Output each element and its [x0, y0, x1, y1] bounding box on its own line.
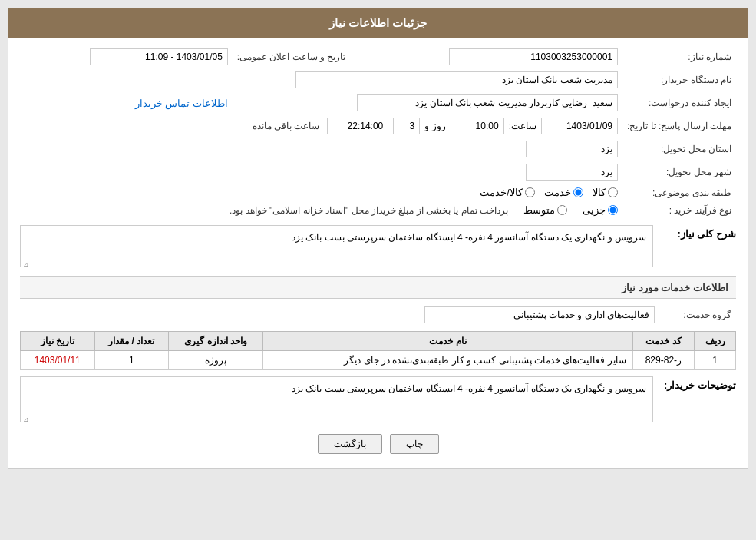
process-motavaset-radio[interactable]	[557, 205, 567, 215]
announce-date-input	[90, 48, 228, 65]
services-info-header: اطلاعات خدمات مورد نیاز	[20, 276, 736, 299]
category-khadamat-radio[interactable]	[573, 187, 583, 197]
buyer-notes-wrapper: ⊿	[20, 376, 653, 425]
col-row-num: ردیف	[695, 332, 736, 351]
page-title: جزئیات اطلاعات نیاز	[8, 8, 748, 38]
requester-org-input	[295, 71, 618, 88]
category-kala-radio[interactable]	[608, 187, 618, 197]
reply-days-label: روز و	[424, 121, 445, 131]
announce-date-value	[20, 45, 233, 68]
need-summary-label: شرح کلی نیاز:	[659, 225, 736, 240]
reply-time-input	[451, 118, 504, 134]
resize-handle-2: ⊿	[21, 416, 29, 423]
back-button[interactable]: بازگشت	[318, 434, 382, 454]
col-service-name: نام خدمت	[263, 332, 632, 351]
process-motavaset-label: متوسط	[523, 204, 555, 216]
resize-handle: ⊿	[21, 260, 29, 268]
creator-value	[233, 91, 622, 114]
col-quantity: تعداد / مقدار	[94, 332, 168, 351]
delivery-city-label: شهر محل تحویل:	[622, 161, 736, 184]
print-button[interactable]: چاپ	[390, 434, 439, 454]
cell-row-num: 1	[695, 351, 736, 370]
creator-label: ایجاد کننده درخواست:	[622, 91, 736, 114]
cell-service-code: ز-82-829	[632, 351, 695, 370]
buyer-notes-label: توضیحات خریدار:	[659, 376, 736, 391]
reply-time-label: ساعت:	[509, 121, 536, 131]
requester-org-value	[20, 68, 622, 91]
service-group-label: گروه خدمت:	[659, 303, 736, 326]
category-kala-label: کالا	[593, 187, 606, 198]
delivery-city-input	[526, 164, 618, 181]
process-type-label: نوع فرآیند خرید :	[622, 201, 736, 219]
services-table: ردیف کد خدمت نام خدمت واحد اندازه گیری ت…	[20, 331, 736, 370]
reply-remaining-input	[327, 118, 388, 134]
cell-need-date: 1403/01/11	[21, 351, 95, 370]
creator-input	[357, 94, 618, 111]
full-payment-note: پرداخت تمام یا بخشی از مبلغ خریداز محل "…	[229, 205, 508, 216]
reply-days-input	[393, 118, 420, 134]
delivery-province-label: استان محل تحویل:	[622, 137, 736, 161]
col-need-date: تاریخ نیاز	[21, 332, 95, 351]
need-summary-textarea[interactable]	[20, 225, 653, 267]
process-jozii-radio[interactable]	[608, 205, 618, 215]
need-number-value	[366, 45, 622, 68]
cell-service-name: سایر فعالیت‌های خدمات پشتیبانی کسب و کار…	[263, 351, 632, 370]
category-label: طبقه بندی موضوعی:	[622, 184, 736, 201]
category-kala-khadamat-radio[interactable]	[525, 187, 535, 197]
remaining-label: ساعت باقی مانده	[253, 121, 320, 131]
category-khadamat-label: خدمت	[544, 187, 571, 198]
cell-unit: پروژه	[168, 351, 263, 370]
announce-date-label: تاریخ و ساعت اعلان عمومی:	[233, 45, 351, 68]
requester-org-label: نام دستگاه خریدار:	[622, 68, 736, 91]
col-unit: واحد اندازه گیری	[168, 332, 263, 351]
need-number-label: شماره نیاز:	[622, 45, 736, 68]
contact-info-link[interactable]: اطلاعات تماس خریدار	[135, 98, 228, 109]
buyer-notes-textarea[interactable]	[20, 376, 653, 422]
button-group: چاپ بازگشت	[20, 434, 736, 454]
reply-deadline-label: مهلت ارسال پاسخ: تا تاریخ:	[622, 114, 736, 137]
process-jozii-label: جزیی	[583, 204, 606, 216]
need-number-input	[449, 48, 618, 65]
table-row: 1 ز-82-829 سایر فعالیت‌های خدمات پشتیبان…	[21, 351, 736, 370]
reply-date-input	[541, 118, 618, 134]
cell-quantity: 1	[94, 351, 168, 370]
category-kala-khadamat-label: کالا/خدمت	[480, 187, 523, 198]
need-summary-wrapper: ⊿	[20, 225, 653, 270]
service-group-input	[424, 306, 655, 323]
col-service-code: کد خدمت	[632, 332, 695, 351]
delivery-province-input	[526, 141, 618, 157]
